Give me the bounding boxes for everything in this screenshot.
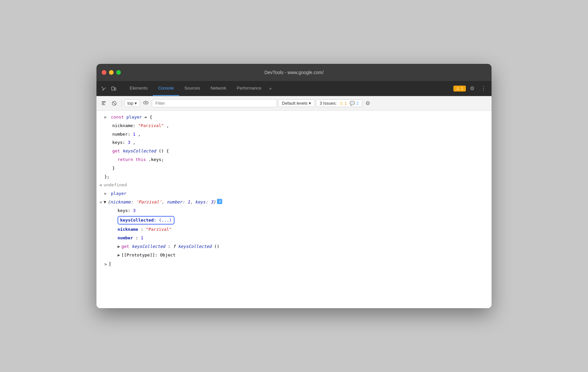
console-line-8: }; bbox=[96, 173, 492, 181]
console-line-10: ▶ player bbox=[96, 190, 492, 198]
console-line-7: } bbox=[96, 164, 492, 173]
more-tabs-button[interactable]: » bbox=[267, 81, 274, 96]
console-line-17: ▶ [[Prototype]]: Object bbox=[96, 251, 492, 260]
prototype-expand-arrow[interactable]: ▶ bbox=[118, 252, 120, 259]
minimize-button[interactable] bbox=[109, 70, 114, 75]
expand-arrow-2[interactable]: ▶ bbox=[104, 190, 109, 197]
tabs: Elements Console Sources Network Perform… bbox=[124, 81, 453, 96]
chevron-down-icon: ▾ bbox=[135, 101, 137, 106]
tab-bar-right: ⚠ 1 ⚙ ⋮ bbox=[453, 81, 489, 96]
warning-badge[interactable]: ⚠ 1 bbox=[453, 86, 466, 92]
console-prompt[interactable]: > bbox=[96, 260, 492, 269]
tab-sources[interactable]: Sources bbox=[179, 81, 205, 96]
warning-icon: ⚠ bbox=[339, 101, 343, 106]
tab-performance[interactable]: Performance bbox=[231, 81, 266, 96]
default-levels-btn[interactable]: Default levels ▾ bbox=[278, 99, 315, 107]
tab-console[interactable]: Console bbox=[153, 81, 179, 96]
expand-obj-arrow[interactable]: ▼ bbox=[104, 199, 106, 206]
console-line-14: nickname : "Parzival" bbox=[96, 226, 492, 234]
info-icon: 💬 bbox=[350, 101, 355, 106]
back-arrow-icon-2: ◀ bbox=[99, 199, 102, 206]
console-line-12: keys: 3 bbox=[96, 207, 492, 215]
clear-console-btn[interactable] bbox=[99, 99, 108, 107]
keys-collected-highlight: keysCollected: (...) bbox=[118, 216, 174, 225]
svg-rect-4 bbox=[102, 104, 105, 105]
title-bar: DevTools - www.google.com/ bbox=[96, 64, 492, 81]
info-icon[interactable]: i bbox=[217, 199, 222, 204]
issues-btn[interactable]: 3 Issues: ⚠ 1 💬 2 bbox=[316, 99, 362, 107]
settings-icon-btn[interactable]: ⚙ bbox=[467, 84, 477, 93]
tab-network[interactable]: Network bbox=[205, 81, 232, 96]
filter-input[interactable] bbox=[152, 99, 277, 107]
context-label: top bbox=[127, 101, 133, 106]
console-line-9: ◀ undefined bbox=[96, 181, 492, 190]
context-selector[interactable]: top ▾ bbox=[124, 99, 140, 107]
warning-icon: ⚠ bbox=[456, 86, 460, 91]
console-line-2: nickname: "Parzival" , bbox=[96, 122, 492, 130]
prompt-symbol: > bbox=[104, 262, 107, 267]
console-line-11: ◀ ▼ {nickname: 'Parzival', number: 1, ke… bbox=[96, 198, 492, 207]
svg-point-8 bbox=[145, 102, 147, 103]
issues-warning-count: 1 bbox=[345, 101, 347, 106]
console-line-13: keysCollected: (...) bbox=[96, 215, 492, 226]
inspect-icon[interactable] bbox=[99, 85, 108, 93]
tab-bar: Elements Console Sources Network Perform… bbox=[96, 81, 492, 96]
getter-expand-arrow[interactable]: ▶ bbox=[118, 243, 120, 250]
tab-elements[interactable]: Elements bbox=[124, 81, 153, 96]
console-content: ▶ const player = { nickname: "Parzival" … bbox=[96, 111, 492, 308]
console-line-15: number : 1 bbox=[96, 234, 492, 243]
svg-rect-3 bbox=[102, 103, 104, 104]
issues-info-count: 2 bbox=[356, 101, 359, 106]
svg-rect-0 bbox=[112, 87, 114, 90]
toolbar-separator bbox=[121, 100, 122, 107]
console-line-1: ▶ const player = { bbox=[96, 113, 492, 122]
devtools-window: DevTools - www.google.com/ Elements bbox=[96, 64, 492, 308]
window-controls bbox=[102, 70, 121, 75]
svg-line-6 bbox=[113, 102, 116, 105]
more-options-btn[interactable]: ⋮ bbox=[478, 84, 489, 93]
expand-arrow[interactable]: ▶ bbox=[104, 114, 109, 121]
svg-rect-1 bbox=[115, 88, 116, 90]
window-title: DevTools - www.google.com/ bbox=[264, 70, 324, 75]
prompt-cursor bbox=[110, 262, 112, 266]
maximize-button[interactable] bbox=[116, 70, 121, 75]
back-arrow-icon: ◀ bbox=[99, 182, 102, 189]
no-filter-btn[interactable] bbox=[110, 99, 119, 107]
console-line-4: keys: 3 , bbox=[96, 139, 492, 147]
close-button[interactable] bbox=[102, 70, 106, 75]
eye-icon-btn[interactable] bbox=[141, 99, 150, 108]
console-line-3: number: 1 , bbox=[96, 130, 492, 139]
svg-rect-2 bbox=[102, 101, 106, 102]
console-line-16: ▶ get keysCollected : f keysCollected () bbox=[96, 243, 492, 251]
console-line-6: return this .keys; bbox=[96, 156, 492, 164]
console-toolbar: top ▾ Default levels ▾ 3 Issues: ⚠ 1 💬 2… bbox=[96, 96, 492, 111]
console-settings-btn[interactable]: ⚙ bbox=[363, 99, 372, 108]
device-toggle-icon[interactable] bbox=[109, 85, 118, 93]
console-line-5: get keysCollected () { bbox=[96, 147, 492, 156]
tab-bar-left bbox=[99, 81, 122, 96]
